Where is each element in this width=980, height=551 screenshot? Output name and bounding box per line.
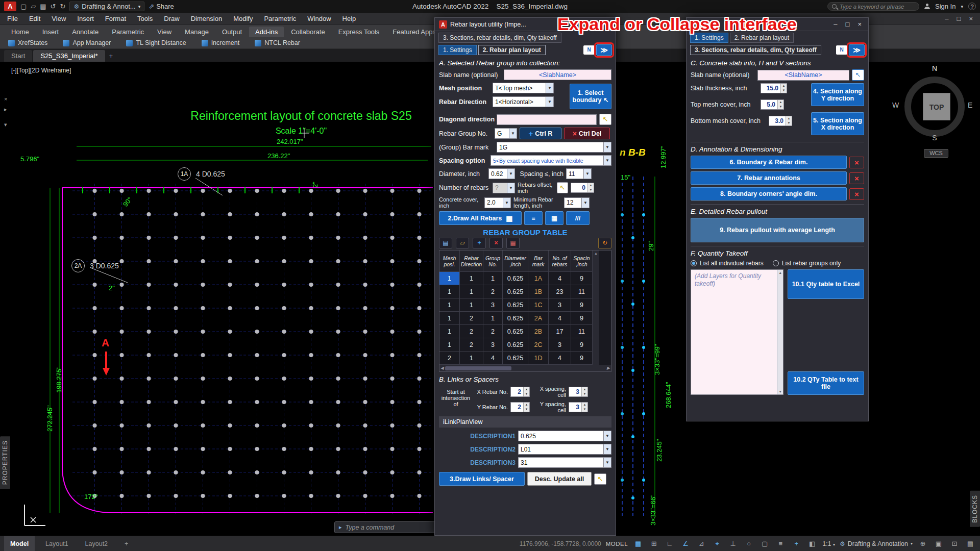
tab-settings[interactable]: 1. Settings: [690, 33, 728, 43]
viewcube-top-face[interactable]: TOP: [923, 93, 950, 120]
description1-select[interactable]: 0.625▼: [518, 431, 611, 441]
workspace-switcher[interactable]: ⚙ Drafting & Annotation ▾: [840, 540, 913, 547]
addin-sight-distance[interactable]: TL Sight Distance: [126, 39, 186, 46]
top-cover-spinner[interactable]: 5.0▲▼: [761, 99, 784, 110]
menu-item-modify[interactable]: Modify: [233, 15, 253, 22]
rebar-hatch-button[interactable]: ///: [566, 211, 590, 225]
boundary-rebar-dim-button[interactable]: 6. Boundary & Rebar dim.: [691, 156, 847, 169]
close-icon[interactable]: ×: [4, 96, 7, 102]
rebar-direction-select[interactable]: 1<Horizontal>▼: [493, 96, 554, 107]
addin-xrefstates[interactable]: XrefStates: [8, 39, 47, 46]
section-y-button[interactable]: 4. Section along Y direction: [811, 83, 864, 106]
chevron-right-icon[interactable]: ▸: [4, 106, 7, 113]
menu-item-view[interactable]: View: [52, 15, 66, 22]
menu-item-window[interactable]: Window: [307, 15, 331, 22]
offset-spinner[interactable]: 0 ▲▼: [571, 183, 594, 193]
app-menu-icon[interactable]: A: [4, 2, 16, 11]
lineweight-toggle-icon[interactable]: ○: [743, 540, 754, 547]
customize-icon[interactable]: ▤: [965, 540, 976, 547]
share-button[interactable]: ⇗ Share: [149, 3, 174, 10]
transparency-toggle-icon[interactable]: ▢: [759, 540, 770, 547]
annotation-visibility-icon[interactable]: ◧: [806, 540, 818, 547]
model-tab[interactable]: Model: [4, 536, 35, 551]
maximize-button[interactable]: □: [957, 15, 961, 22]
rebar-table-button[interactable]: ▦: [545, 211, 564, 225]
minimize-button[interactable]: –: [831, 20, 840, 28]
minimize-button[interactable]: –: [945, 15, 948, 22]
slab-thickness-spinner[interactable]: 15.0▲▼: [761, 83, 787, 93]
viewcube-east[interactable]: E: [968, 101, 972, 109]
undo-icon[interactable]: ↺: [51, 3, 56, 10]
pick-slab-button[interactable]: ↖: [852, 69, 864, 81]
units-icon[interactable]: ▣: [933, 540, 944, 547]
ribbon-tab-output[interactable]: Output: [216, 27, 248, 37]
description2-select[interactable]: L01▼: [518, 444, 611, 455]
new-tab-button[interactable]: +: [106, 50, 116, 62]
open-icon[interactable]: ▱: [31, 3, 36, 10]
radio-groups-only[interactable]: [773, 260, 779, 266]
refresh-icon[interactable]: ↻: [598, 238, 611, 248]
quantity-layers-list[interactable]: (Add Layers for Quantity takeoff) ▲▼: [691, 269, 783, 395]
y-spacing-spinner[interactable]: 3▲▼: [569, 402, 588, 412]
ribbon-tab-insert[interactable]: Insert: [36, 27, 65, 37]
properties-panel-tab[interactable]: PROPERTIES: [0, 436, 10, 489]
rebar-list-button[interactable]: ≡: [524, 211, 543, 225]
bar-mark-select[interactable]: 1G▼: [497, 142, 611, 153]
tab-rebar-plan[interactable]: 2. Rebar plan layout: [478, 45, 546, 55]
open-table-icon[interactable]: ▱: [456, 238, 469, 248]
slab-name-field[interactable]: <SlabName>: [757, 70, 849, 81]
rebar-pullout-button[interactable]: 9. Rebars pullout with average Length: [691, 218, 864, 242]
ribbon-tab-collaborate[interactable]: Collaborate: [285, 27, 331, 37]
delete-row-icon[interactable]: ×: [489, 238, 503, 248]
tab-sections[interactable]: 3. Sections, rebar details, dim, Qty tak…: [690, 45, 821, 55]
section-x-button[interactable]: 5. Section along X direction: [811, 112, 864, 135]
annotation-monitor-icon[interactable]: ⊕: [917, 540, 928, 547]
description3-select[interactable]: 31▼: [518, 457, 611, 468]
bottom-cover-spinner[interactable]: 3.0▲▼: [769, 116, 792, 126]
close-button[interactable]: ×: [855, 20, 864, 28]
delete-boundary-dim-button[interactable]: ×: [849, 157, 864, 168]
qty-table-excel-button[interactable]: 10.1 Qty table to Excel: [788, 269, 864, 299]
sign-in-button[interactable]: Sign In: [935, 3, 955, 10]
layout2-tab[interactable]: Layout2: [79, 536, 114, 551]
pick-point-button[interactable]: ↖: [599, 114, 611, 125]
save-table-icon[interactable]: ▤: [439, 238, 452, 248]
spinner-arrows[interactable]: ▲▼: [587, 183, 594, 192]
ribbon-tab-addins[interactable]: Add-ins: [249, 27, 284, 37]
pick-links-button[interactable]: ↖: [594, 473, 606, 485]
y-rebar-spinner[interactable]: 2▲▼: [510, 402, 530, 412]
purge-icon[interactable]: ▦: [506, 238, 520, 248]
viewcube-south[interactable]: S: [904, 134, 965, 142]
concrete-cover-select[interactable]: 2.0▼: [484, 197, 511, 208]
list-scrollbar[interactable]: ▲▼: [777, 270, 783, 394]
model-space-badge[interactable]: MODEL: [606, 541, 628, 547]
menu-item-help[interactable]: Help: [342, 15, 356, 22]
menu-item-dimension[interactable]: Dimension: [191, 15, 222, 22]
menu-item-edit[interactable]: Edit: [29, 15, 40, 22]
draw-links-button[interactable]: 3.Draw Links/ Spacer: [439, 472, 525, 486]
close-button[interactable]: ×: [969, 15, 973, 22]
wcs-selector[interactable]: WCS: [924, 149, 948, 158]
quick-properties-icon[interactable]: ⊡: [949, 540, 960, 547]
otrack-toggle-icon[interactable]: ⊥: [727, 540, 739, 547]
table-row[interactable]: 1 1 3 0.625 1C 3 9: [439, 298, 611, 312]
ribbon-tab-featured[interactable]: Featured Apps: [386, 27, 442, 37]
spacing-option-select[interactable]: 5<By exact spacing value with flexible▼: [491, 155, 611, 166]
mesh-position-select[interactable]: T<Top mesh>▼: [493, 83, 554, 93]
x-rebar-spinner[interactable]: 2▲▼: [510, 387, 530, 397]
qty-table-text-button[interactable]: 10.2 QTy Table to text file: [788, 371, 864, 395]
rebar-bubble-2a[interactable]: 2A: [71, 259, 85, 272]
table-row[interactable]: 1 1 1 0.625 1A 4 9: [439, 272, 611, 285]
rebar-group-select[interactable]: G▼: [495, 128, 517, 139]
ribbon-tab-parametric[interactable]: Parametric: [106, 27, 150, 37]
selection-cycling-icon[interactable]: ≡: [775, 540, 786, 547]
rebar-bubble-1a[interactable]: 1A: [178, 167, 191, 181]
ribbon-tab-home[interactable]: Home: [5, 27, 35, 37]
table-hscrollbar[interactable]: ◀▶: [439, 365, 611, 371]
table-row[interactable]: 1 2 1 0.625 2A 4 9: [439, 312, 611, 325]
table-row[interactable]: 1 2 2 0.625 2B 17 11: [439, 325, 611, 338]
addin-ntcl-rebar[interactable]: NTCL Rebar: [255, 39, 300, 46]
command-line[interactable]: ▸ Type a command: [334, 521, 451, 533]
delete-group-button[interactable]: × Ctrl Del: [564, 128, 610, 139]
workspace-switcher[interactable]: ⚙ Drafting & Annot... ▾: [69, 2, 144, 11]
